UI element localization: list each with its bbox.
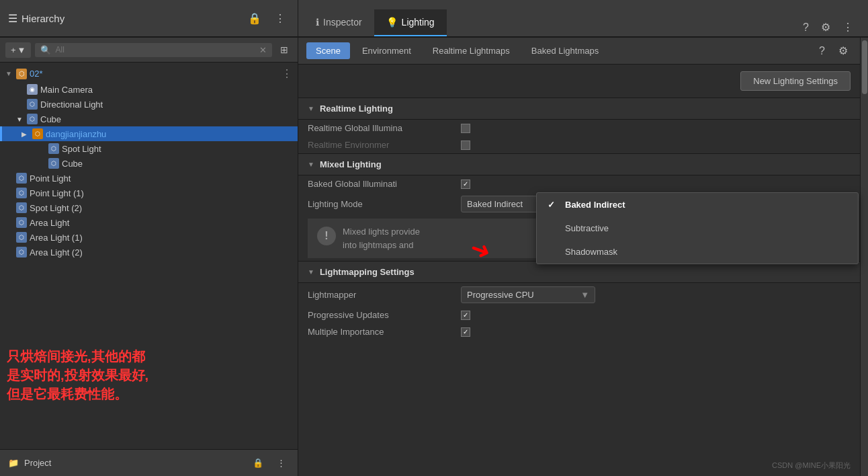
point-light-icon: ⬡ (16, 173, 27, 184)
lighting-icon: 💡 (386, 17, 398, 28)
tree-item-point-light[interactable]: ⬡ Point Light (0, 171, 298, 186)
baked-global-row: Baked Global Illuminati (298, 175, 860, 192)
hierarchy-icon: ☰ (8, 12, 17, 25)
settings-btn[interactable]: ⚙ (817, 18, 834, 36)
tree-item-dangjianjianzhu[interactable]: ▶ ⬡ dangjianjianzhu (0, 126, 298, 141)
project-label: Project (24, 458, 51, 468)
tab-inspector[interactable]: ℹ Inspector (304, 9, 374, 36)
tree-item-directional-light[interactable]: ⬡ Directional Light (0, 97, 298, 112)
tab-lighting[interactable]: 💡 Lighting (374, 9, 447, 36)
folder-icon: 📁 (8, 458, 19, 468)
panel-more-btn[interactable]: ⋮ (838, 18, 857, 36)
spot-light-2-icon: ⬡ (16, 202, 27, 213)
search-icon: 🔍 (40, 45, 51, 55)
lightmapper-dropdown[interactable]: Progressive CPU ▼ (461, 286, 595, 303)
new-lighting-settings-btn[interactable]: New Lighting Settings (740, 71, 851, 91)
tree-item-spot-light[interactable]: ⬡ Spot Light (0, 141, 298, 156)
lighting-mode-label: Lighting Mode (308, 199, 455, 209)
lighting-sub-tabs: Scene Environment Realtime Lightmaps Bak… (298, 38, 860, 65)
project-more-btn[interactable]: ⋮ (273, 455, 290, 471)
scroll-track[interactable] (860, 38, 868, 476)
dropdown-option-subtractive[interactable]: Subtractive (537, 216, 858, 240)
baked-global-checkbox[interactable] (461, 180, 470, 189)
progressive-updates-label: Progressive Updates (308, 310, 455, 320)
area-light-1-icon: ⬡ (16, 232, 27, 243)
area-light-icon: ⬡ (16, 217, 27, 228)
tree-item-area-light-2[interactable]: ⬡ Area Light (2) (0, 245, 298, 260)
hierarchy-title: ☰ Hierarchy (8, 12, 64, 25)
project-lock-btn[interactable]: 🔒 (249, 455, 267, 471)
multiple-importance-label: Multiple Importance (308, 327, 455, 337)
hierarchy-add-btn[interactable]: + ▼ (5, 42, 31, 58)
realtime-arrow-icon: ▼ (308, 105, 314, 112)
lightmapper-row: Lightmapper Progressive CPU ▼ (298, 283, 860, 307)
checkmark-icon: ✓ (548, 200, 558, 210)
spot-light-icon: ⬡ (48, 143, 59, 154)
dropdown-option-baked-indirect[interactable]: ✓ Baked Indirect (537, 193, 858, 216)
tree-item-area-light-1[interactable]: ⬡ Area Light (1) (0, 230, 298, 245)
progressive-updates-row: Progressive Updates (298, 307, 860, 323)
hierarchy-more-btn[interactable]: ⋮ (271, 9, 290, 28)
lightmapper-label: Lightmapper (308, 290, 455, 300)
mixed-section-title: Mixed Lighting (320, 159, 382, 169)
dropdown-option-shadowmask[interactable]: Shadowmask (537, 240, 858, 264)
tree-item-area-light[interactable]: ⬡ Area Light (0, 215, 298, 230)
scene-root-icon: ⬡ (16, 69, 27, 79)
tree-item-main-camera[interactable]: ◉ Main Camera (0, 82, 298, 97)
inspector-icon: ℹ (316, 17, 319, 28)
gear-icon-btn[interactable]: ⚙ (834, 42, 852, 60)
help-btn[interactable]: ? (799, 19, 813, 36)
hierarchy-filter-btn[interactable]: ⊞ (276, 42, 292, 58)
sub-tab-scene[interactable]: Scene (306, 42, 350, 59)
lightmapper-value: Progressive CPU (467, 290, 534, 300)
multiple-importance-row: Multiple Importance (298, 323, 860, 340)
realtime-lighting-section-header[interactable]: ▼ Realtime Lighting (298, 97, 860, 120)
lighting-mode-dropdown-popup: ✓ Baked Indirect Subtractive Shadowmask (536, 192, 859, 264)
lightmapping-arrow-icon: ▼ (308, 268, 314, 276)
tree-item-spot-light-2[interactable]: ⬡ Spot Light (2) (0, 200, 298, 215)
directional-light-icon: ⬡ (27, 99, 38, 110)
lightmapping-section-title: Lightmapping Settings (320, 267, 415, 277)
realtime-env-label: Realtime Environmer (308, 140, 455, 150)
realtime-global-label: Realtime Global Illumina (308, 123, 455, 133)
hierarchy-tree: ▼ ⬡ 02* ⋮ ◉ Main Camera ⬡ Directional Li… (0, 63, 298, 449)
cube-child-icon: ⬡ (48, 158, 59, 169)
realtime-env-checkbox[interactable] (461, 141, 470, 150)
tree-item-cube-parent[interactable]: ▼ ⬡ Cube (0, 112, 298, 126)
lighting-panel-content: New Lighting Settings ▼ Realtime Lightin… (298, 65, 860, 476)
baked-global-label: Baked Global Illuminati (308, 179, 455, 189)
sub-tab-baked-lightmaps[interactable]: Baked Lightmaps (522, 42, 608, 59)
lighting-mode-value: Baked Indirect (467, 199, 523, 209)
tree-item-scene[interactable]: ▼ ⬡ 02* ⋮ (0, 65, 298, 82)
realtime-env-row: Realtime Environmer (298, 136, 860, 153)
point-light-1-icon: ⬡ (16, 188, 27, 198)
hierarchy-search-input[interactable] (55, 45, 255, 54)
sub-tab-realtime-lightmaps[interactable]: Realtime Lightmaps (423, 42, 519, 59)
cube-parent-icon: ⬡ (27, 114, 38, 124)
tree-item-point-light-1[interactable]: ⬡ Point Light (1) (0, 186, 298, 200)
watermark: CSDN @MINE小果阳光 (772, 461, 851, 471)
main-camera-icon: ◉ (27, 84, 38, 95)
mixed-lighting-section-header[interactable]: ▼ Mixed Lighting (298, 153, 860, 175)
dangjianjianzhu-icon: ⬡ (32, 128, 43, 139)
multiple-importance-checkbox[interactable] (461, 327, 470, 337)
realtime-global-row: Realtime Global Illumina (298, 120, 860, 136)
mixed-arrow-icon: ▼ (308, 161, 314, 168)
sub-tab-environment[interactable]: Environment (353, 42, 421, 59)
search-clear-icon[interactable]: ✕ (259, 45, 267, 55)
help-icon-btn[interactable]: ? (815, 42, 829, 60)
warning-icon: ! (317, 227, 336, 245)
tree-item-cube-child[interactable]: ⬡ Cube (0, 156, 298, 171)
area-light-2-icon: ⬡ (16, 247, 27, 257)
realtime-section-title: Realtime Lighting (320, 104, 393, 114)
lightmapper-dropdown-arrow: ▼ (580, 290, 589, 300)
progressive-updates-checkbox[interactable] (461, 311, 470, 320)
realtime-global-checkbox[interactable] (461, 124, 470, 133)
scroll-thumb[interactable] (862, 40, 867, 94)
hierarchy-lock-btn[interactable]: 🔒 (244, 9, 265, 28)
scene-more-btn[interactable]: ⋮ (281, 67, 298, 80)
